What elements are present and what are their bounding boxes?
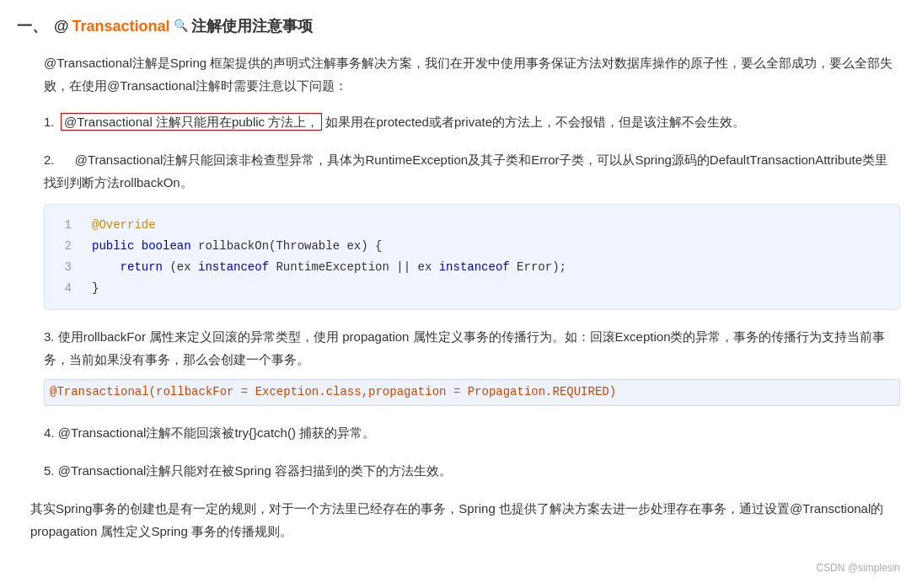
point-1-text: @Transactional 注解只能用在public 方法上， 如果用在pro… xyxy=(61,110,900,133)
page-wrapper: 一、 @Transactional🔍 注解使用注意事项 @Transaction… xyxy=(17,13,900,576)
point-2-text: @Transactional注解只能回滚非检查型异常，具体为RuntimeExc… xyxy=(44,152,888,190)
point-2: 2. @Transactional注解只能回滚非检查型异常，具体为Runtime… xyxy=(44,148,900,311)
point-2-number: 2. xyxy=(44,152,55,167)
point-2-header: 2. @Transactional注解只能回滚非检查型异常，具体为Runtime… xyxy=(44,148,900,194)
intro-paragraph: @Transactional注解是Spring 框架提供的声明式注解事务解决方案… xyxy=(44,51,900,97)
point-4: 4. @Transactional注解不能回滚被try{}catch() 捕获的… xyxy=(44,421,900,444)
line-number-3: 3 xyxy=(58,257,72,278)
code-content-4: } xyxy=(92,278,886,299)
point-3: 3. 使用rollbackFor 属性来定义回滚的异常类型，使用 propaga… xyxy=(44,325,900,405)
code-line-4: 4 } xyxy=(58,278,886,299)
search-icon: 🔍 xyxy=(174,16,188,36)
title-prefix: 一、 xyxy=(17,13,47,40)
point-1-rest: 如果用在protected或者private的方法上，不会报错，但是该注解不会生… xyxy=(325,115,745,129)
point-1: 1. @Transactional 注解只能用在public 方法上， 如果用在… xyxy=(44,110,900,133)
code-content-3: return (ex instanceof RuntimeException |… xyxy=(92,257,886,278)
section-title: 一、 @Transactional🔍 注解使用注意事项 xyxy=(17,13,900,40)
point-1-highlight: @Transactional 注解只能用在public 方法上， xyxy=(61,113,322,131)
point-4-number: 4. xyxy=(44,425,55,440)
inline-code-transactional: @Transactional(rollbackFor = Exception.c… xyxy=(44,379,900,405)
code-line-3: 3 return (ex instanceof RuntimeException… xyxy=(58,257,886,278)
title-keyword: Transactional xyxy=(72,13,170,40)
line-number-2: 2 xyxy=(58,236,72,257)
code-line-2: 2 public boolean rollbackOn(Throwable ex… xyxy=(58,236,886,257)
code-line-1: 1 @Override xyxy=(58,215,886,236)
code-block: 1 @Override 2 public boolean rollbackOn(… xyxy=(44,204,900,311)
point-3-number: 3. xyxy=(44,329,55,344)
point-3-text: 使用rollbackFor 属性来定义回滚的异常类型，使用 propagatio… xyxy=(44,329,885,366)
code-content-2: public boolean rollbackOn(Throwable ex) … xyxy=(92,236,886,257)
point-4-text: @Transactional注解不能回滚被try{}catch() 捕获的异常。 xyxy=(58,425,375,440)
title-at: @ xyxy=(54,13,69,40)
title-suffix: 注解使用注意事项 xyxy=(191,13,313,40)
point-5-text: @Transactional注解只能对在被Spring 容器扫描到的类下的方法生… xyxy=(58,463,452,478)
point-1-number: 1. xyxy=(44,110,61,133)
line-number-1: 1 xyxy=(58,215,72,236)
point-5-number: 5. xyxy=(44,463,55,478)
footer-attribution: CSDN @simplesin xyxy=(17,559,900,576)
bottom-note: 其实Spring事务的创建也是有一定的规则，对于一个方法里已经存在的事务，Spr… xyxy=(30,497,900,543)
line-number-4: 4 xyxy=(58,278,72,299)
code-content-1: @Override xyxy=(92,215,886,236)
points-container: 1. @Transactional 注解只能用在public 方法上， 如果用在… xyxy=(44,110,900,482)
point-5: 5. @Transactional注解只能对在被Spring 容器扫描到的类下的… xyxy=(44,459,900,482)
